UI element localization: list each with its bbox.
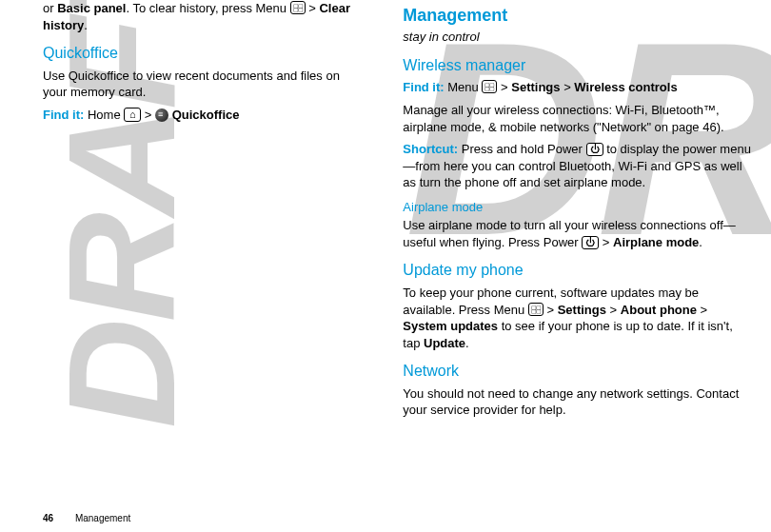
wireless-manager-heading: Wireless manager xyxy=(403,55,752,76)
findit-label: Find it: xyxy=(403,80,444,94)
menu-key-icon xyxy=(528,303,544,316)
quickoffice-desc: Use Quickoffice to view recent documents… xyxy=(43,68,360,101)
power-key-icon xyxy=(582,236,599,249)
left-column: or Basic panel. To clear history, press … xyxy=(43,0,360,424)
menu-key-icon xyxy=(290,1,306,14)
menu-key-icon xyxy=(482,80,497,93)
wireless-findit: Find it: Menu > Settings > Wireless cont… xyxy=(403,79,752,96)
network-desc: You should not need to change any networ… xyxy=(403,385,752,419)
page-footer: 46 Management xyxy=(43,512,130,525)
power-key-icon xyxy=(586,143,603,156)
update-phone-heading: Update my phone xyxy=(403,260,752,281)
airplane-desc: Use airplane mode to turn all your wirel… xyxy=(403,217,752,250)
quickoffice-findit: Find it: Home > Quickoffice xyxy=(43,107,360,124)
wireless-desc: Manage all your wireless connections: Wi… xyxy=(403,102,752,135)
update-desc: To keep your phone current, software upd… xyxy=(403,285,752,351)
airplane-mode-heading: Airplane mode xyxy=(403,199,752,216)
page-number: 46 xyxy=(43,513,53,523)
quickoffice-heading: Quickoffice xyxy=(43,43,360,64)
findit-label: Find it: xyxy=(43,108,84,122)
wireless-shortcut: Shortcut: Press and hold Power to displa… xyxy=(403,141,752,191)
management-heading: Management xyxy=(403,4,752,27)
quickoffice-app-icon xyxy=(155,108,168,122)
basic-panel-text: or Basic panel. To clear history, press … xyxy=(43,0,360,33)
management-tagline: stay in control xyxy=(403,29,752,46)
footer-section: Management xyxy=(75,513,130,523)
page-columns: or Basic panel. To clear history, press … xyxy=(0,0,771,424)
right-column: Management stay in control Wireless mana… xyxy=(403,0,752,424)
shortcut-label: Shortcut: xyxy=(403,142,458,156)
home-key-icon xyxy=(124,108,141,122)
network-heading: Network xyxy=(403,361,752,382)
